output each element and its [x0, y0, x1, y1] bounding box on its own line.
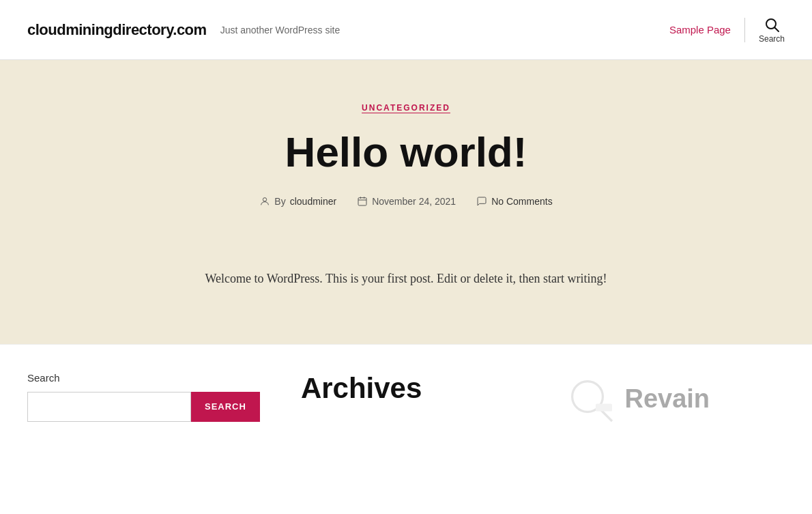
post-body: Welcome to WordPress. This is your first… [205, 268, 607, 289]
svg-point-2 [263, 198, 267, 201]
svg-rect-3 [358, 198, 366, 205]
sample-page-link[interactable]: Sample Page [669, 24, 731, 35]
search-icon-label: Search [759, 34, 785, 44]
comment-icon [476, 196, 487, 207]
svg-rect-9 [596, 403, 612, 411]
search-icon-button[interactable]: Search [759, 16, 785, 44]
post-meta-date: November 24, 2021 [357, 196, 456, 207]
search-widget-title: Search [27, 372, 260, 384]
site-title: cloudminingdirectory.com [27, 21, 207, 39]
post-title: Hello world! [14, 129, 798, 175]
archives-widget: Archives [301, 372, 523, 405]
post-content-section: Welcome to WordPress. This is your first… [0, 261, 812, 344]
comments-link[interactable]: No Comments [491, 196, 552, 207]
by-label: By [274, 196, 285, 207]
search-input[interactable] [27, 392, 191, 422]
post-date: November 24, 2021 [372, 196, 456, 207]
revain-logo-icon [563, 372, 618, 427]
revain-widget: Revain [563, 372, 785, 427]
archives-widget-title: Archives [301, 372, 523, 405]
author-link[interactable]: cloudminer [290, 196, 336, 207]
header-divider [744, 18, 745, 42]
calendar-icon [357, 196, 368, 207]
post-meta: By cloudminer November 24, 2021 No Comme… [14, 196, 798, 207]
header-left: cloudminingdirectory.com Just another Wo… [27, 21, 340, 39]
post-meta-comments: No Comments [476, 196, 552, 207]
search-widget: Search SEARCH [27, 372, 260, 422]
search-form: SEARCH [27, 392, 260, 422]
category-label[interactable]: UNCATEGORIZED [362, 103, 450, 113]
footer-widgets: Search SEARCH Archives Revain [0, 344, 812, 454]
search-submit-button[interactable]: SEARCH [191, 392, 260, 422]
search-icon [764, 16, 780, 33]
svg-line-1 [774, 27, 779, 31]
site-tagline: Just another WordPress site [220, 25, 340, 35]
header-right: Sample Page Search [669, 16, 785, 44]
person-icon [259, 196, 270, 207]
post-meta-author: By cloudminer [259, 196, 336, 207]
revain-text: Revain [624, 384, 710, 414]
site-header: cloudminingdirectory.com Just another Wo… [0, 0, 812, 60]
hero-section: UNCATEGORIZED Hello world! By cloudminer… [0, 60, 812, 261]
